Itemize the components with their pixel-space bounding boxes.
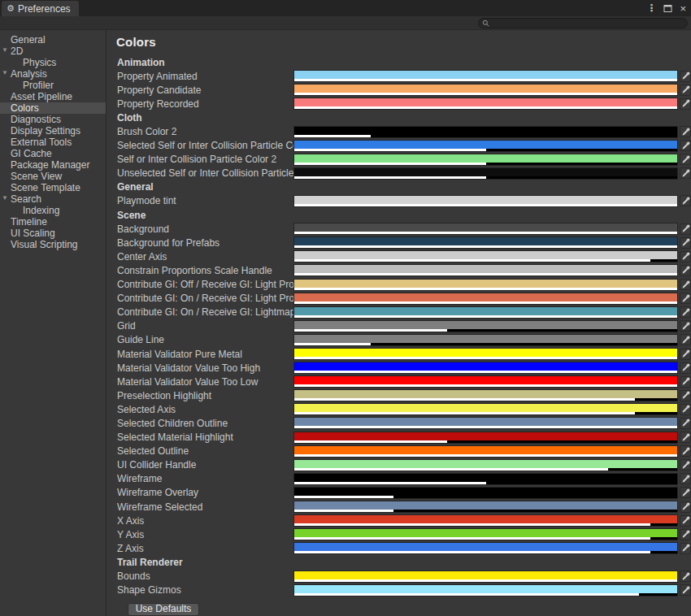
color-swatch[interactable] bbox=[294, 321, 677, 332]
tab-preferences[interactable]: ⚙ Preferences bbox=[2, 1, 79, 16]
sidebar-item-indexing[interactable]: Indexing bbox=[0, 205, 106, 216]
eyedropper-button[interactable] bbox=[680, 126, 691, 137]
color-swatch[interactable] bbox=[294, 307, 677, 318]
color-swatch[interactable] bbox=[294, 71, 677, 81]
eyedropper-button[interactable] bbox=[680, 334, 691, 345]
sidebar-item-2d[interactable]: ▼2D bbox=[0, 46, 106, 57]
sidebar-item-external-tools[interactable]: External Tools bbox=[0, 137, 106, 148]
color-swatch[interactable] bbox=[294, 474, 677, 484]
sidebar-item-scene-template[interactable]: Scene Template bbox=[0, 182, 106, 193]
sidebar-item-general[interactable]: General bbox=[0, 34, 106, 46]
sidebar-item-analysis[interactable]: ▼Analysis bbox=[0, 68, 106, 80]
eyedropper-button[interactable] bbox=[680, 487, 691, 498]
close-window-icon[interactable]: × bbox=[680, 3, 686, 14]
color-swatch[interactable] bbox=[294, 196, 677, 206]
eyedropper-button[interactable] bbox=[680, 306, 691, 318]
color-swatch[interactable] bbox=[294, 543, 677, 553]
eyedropper-button[interactable] bbox=[680, 349, 691, 360]
color-swatch[interactable] bbox=[294, 432, 677, 443]
color-swatch[interactable] bbox=[294, 571, 677, 582]
eyedropper-button[interactable] bbox=[680, 154, 691, 165]
color-swatch[interactable] bbox=[294, 376, 677, 387]
eyedropper-button[interactable] bbox=[680, 167, 691, 179]
color-swatch[interactable] bbox=[294, 335, 677, 345]
color-swatch[interactable] bbox=[294, 85, 677, 95]
sidebar-item-colors[interactable]: Colors bbox=[0, 102, 106, 114]
eyedropper-button[interactable] bbox=[680, 279, 691, 290]
eyedropper-button[interactable] bbox=[680, 473, 691, 484]
sidebar-item-display-settings[interactable]: Display Settings bbox=[0, 125, 106, 137]
eyedropper-button[interactable] bbox=[680, 543, 691, 554]
sidebar-item-timeline[interactable]: Timeline bbox=[0, 216, 106, 228]
window-menu-icon[interactable]: ⋮ bbox=[646, 3, 656, 13]
eyedropper-button[interactable] bbox=[680, 251, 691, 262]
color-swatch[interactable] bbox=[294, 515, 677, 526]
eyedropper-button[interactable] bbox=[680, 320, 691, 332]
color-swatch[interactable] bbox=[294, 501, 677, 512]
eyedropper-button[interactable] bbox=[680, 418, 691, 429]
eyedropper-button[interactable] bbox=[680, 71, 691, 82]
color-swatch[interactable] bbox=[294, 237, 677, 248]
eyedropper-button[interactable] bbox=[680, 432, 691, 443]
color-swatch[interactable] bbox=[294, 168, 677, 179]
eyedropper-button[interactable] bbox=[680, 362, 691, 374]
color-swatch[interactable] bbox=[294, 390, 677, 401]
sidebar-item-package-manager[interactable]: Package Manager bbox=[0, 159, 106, 171]
eyedropper-button[interactable] bbox=[680, 237, 691, 249]
color-swatch[interactable] bbox=[294, 265, 677, 275]
foldout-chevron-down-icon[interactable]: ▼ bbox=[2, 70, 8, 76]
eyedropper-button[interactable] bbox=[680, 515, 691, 527]
color-swatch[interactable] bbox=[294, 585, 677, 596]
search-input[interactable] bbox=[490, 19, 687, 28]
eyedropper-button[interactable] bbox=[680, 459, 691, 471]
color-swatch[interactable] bbox=[294, 404, 677, 414]
color-swatch[interactable] bbox=[294, 280, 677, 290]
restore-window-icon[interactable] bbox=[663, 4, 672, 13]
color-swatch[interactable] bbox=[294, 127, 677, 137]
search-box[interactable] bbox=[478, 18, 688, 28]
color-swatch[interactable] bbox=[294, 293, 677, 304]
sidebar-item-visual-scripting[interactable]: Visual Scripting bbox=[0, 239, 106, 250]
use-defaults-button[interactable]: Use Defaults bbox=[128, 603, 199, 616]
sidebar-item-scene-view[interactable]: Scene View bbox=[0, 171, 106, 182]
color-swatch[interactable] bbox=[294, 362, 677, 373]
sidebar-item-physics[interactable]: Physics bbox=[0, 57, 106, 68]
eyedropper-button[interactable] bbox=[680, 223, 691, 235]
color-swatch[interactable] bbox=[294, 446, 677, 457]
eyedropper-button[interactable] bbox=[680, 404, 691, 415]
foldout-chevron-down-icon[interactable]: ▼ bbox=[2, 195, 8, 202]
color-swatch[interactable] bbox=[294, 141, 677, 151]
eyedropper-button[interactable] bbox=[680, 376, 691, 388]
eyedropper-button[interactable] bbox=[680, 265, 691, 276]
sidebar-item-gi-cache[interactable]: GI Cache bbox=[0, 148, 106, 159]
color-swatch[interactable] bbox=[294, 154, 677, 165]
eyedropper-button[interactable] bbox=[680, 85, 691, 96]
eyedropper-button[interactable] bbox=[680, 584, 691, 596]
eyedropper-button[interactable] bbox=[680, 570, 691, 582]
foldout-chevron-down-icon[interactable]: ▼ bbox=[2, 47, 8, 54]
eyedropper-button[interactable] bbox=[680, 140, 691, 151]
eyedropper-button[interactable] bbox=[680, 501, 691, 513]
eyedropper-button[interactable] bbox=[680, 529, 691, 540]
eyedropper-button[interactable] bbox=[680, 98, 691, 110]
color-swatch[interactable] bbox=[294, 349, 677, 359]
color-swatch[interactable] bbox=[294, 529, 677, 540]
color-swatch[interactable] bbox=[294, 460, 677, 471]
color-swatch[interactable] bbox=[294, 418, 677, 428]
swatch-alpha-track bbox=[294, 357, 677, 359]
eyedropper-button[interactable] bbox=[680, 390, 691, 401]
color-swatch[interactable] bbox=[294, 98, 677, 109]
swatch-alpha-fill bbox=[294, 329, 447, 332]
sidebar-item-diagnostics[interactable]: Diagnostics bbox=[0, 114, 106, 125]
section-header: General bbox=[106, 180, 691, 194]
sidebar-item-ui-scaling[interactable]: UI Scaling bbox=[0, 228, 106, 239]
eyedropper-button[interactable] bbox=[680, 195, 691, 206]
color-swatch[interactable] bbox=[294, 223, 677, 234]
sidebar-item-search[interactable]: ▼Search bbox=[0, 193, 106, 205]
color-swatch[interactable] bbox=[294, 251, 677, 262]
eyedropper-button[interactable] bbox=[680, 445, 691, 457]
sidebar-item-asset-pipeline[interactable]: Asset Pipeline bbox=[0, 91, 106, 102]
color-swatch[interactable] bbox=[294, 488, 677, 498]
sidebar-item-profiler[interactable]: Profiler bbox=[0, 80, 106, 91]
eyedropper-button[interactable] bbox=[680, 293, 691, 304]
